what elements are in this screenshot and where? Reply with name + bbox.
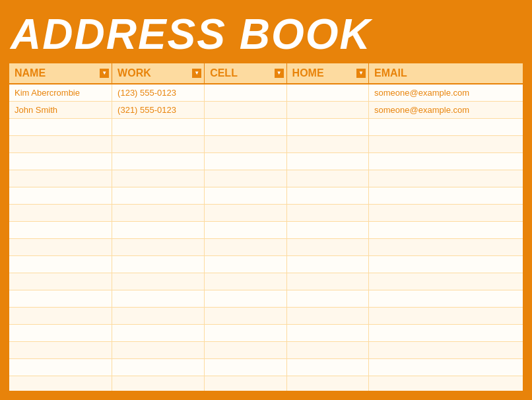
cell-cell[interactable] — [205, 273, 286, 290]
cell-email[interactable] — [369, 204, 523, 221]
cell-email[interactable] — [369, 324, 523, 341]
cell-email[interactable] — [369, 135, 523, 152]
table-row[interactable] — [9, 273, 523, 290]
cell-cell[interactable] — [205, 358, 286, 376]
cell-name[interactable] — [9, 170, 112, 187]
cell-home[interactable] — [286, 84, 368, 101]
cell-name[interactable] — [9, 152, 112, 170]
table-row[interactable] — [9, 290, 523, 307]
cell-email[interactable] — [369, 273, 523, 290]
cell-name[interactable] — [9, 358, 112, 376]
cell-work[interactable] — [112, 118, 205, 135]
name-dropdown-icon[interactable]: ▼ — [100, 69, 109, 78]
cell-email[interactable] — [369, 152, 523, 170]
cell-cell[interactable] — [205, 187, 286, 204]
home-dropdown-icon[interactable]: ▼ — [356, 69, 366, 78]
cell-email[interactable] — [369, 187, 523, 204]
cell-home[interactable] — [286, 187, 368, 204]
table-row[interactable] — [9, 238, 523, 255]
cell-work[interactable]: (123) 555-0123 — [112, 84, 205, 101]
cell-name[interactable] — [9, 324, 112, 341]
table-row[interactable] — [9, 204, 523, 221]
table-row[interactable] — [9, 118, 523, 135]
cell-dropdown-icon[interactable]: ▼ — [275, 69, 284, 78]
cell-email[interactable] — [369, 118, 523, 135]
cell-work[interactable] — [112, 152, 205, 170]
cell-home[interactable] — [286, 273, 368, 290]
cell-email[interactable]: someone@example.com — [369, 101, 523, 118]
table-row[interactable] — [9, 221, 523, 238]
work-dropdown-icon[interactable]: ▼ — [192, 69, 201, 78]
table-row[interactable] — [9, 341, 523, 358]
cell-cell[interactable] — [205, 101, 286, 118]
cell-cell[interactable] — [205, 135, 286, 152]
cell-home[interactable] — [286, 358, 368, 376]
cell-name[interactable] — [9, 135, 112, 152]
cell-name[interactable] — [9, 341, 112, 358]
cell-name[interactable] — [9, 273, 112, 290]
cell-email[interactable] — [369, 255, 523, 273]
table-row[interactable] — [9, 358, 523, 376]
table-row[interactable]: Kim Abercrombie(123) 555-0123someone@exa… — [9, 84, 523, 101]
cell-name[interactable] — [9, 204, 112, 221]
cell-work[interactable]: (321) 555-0123 — [112, 101, 205, 118]
cell-cell[interactable] — [205, 170, 286, 187]
cell-email[interactable] — [369, 307, 523, 324]
cell-home[interactable] — [286, 324, 368, 341]
cell-name[interactable] — [9, 307, 112, 324]
cell-home[interactable] — [286, 238, 368, 255]
cell-home[interactable] — [286, 118, 368, 135]
cell-work[interactable] — [112, 290, 205, 307]
cell-work[interactable] — [112, 170, 205, 187]
cell-cell[interactable] — [205, 307, 286, 324]
cell-email[interactable] — [369, 290, 523, 307]
cell-name[interactable]: Kim Abercrombie — [9, 84, 112, 101]
cell-name[interactable] — [9, 376, 112, 392]
cell-work[interactable] — [112, 255, 205, 273]
cell-name[interactable] — [9, 238, 112, 255]
cell-cell[interactable] — [205, 255, 286, 273]
cell-name[interactable]: John Smith — [9, 101, 112, 118]
cell-email[interactable] — [369, 221, 523, 238]
cell-work[interactable] — [112, 135, 205, 152]
cell-work[interactable] — [112, 238, 205, 255]
cell-cell[interactable] — [205, 204, 286, 221]
table-row[interactable] — [9, 376, 523, 392]
cell-cell[interactable] — [205, 221, 286, 238]
cell-email[interactable] — [369, 376, 523, 392]
cell-home[interactable] — [286, 101, 368, 118]
cell-cell[interactable] — [205, 376, 286, 392]
table-row[interactable] — [9, 152, 523, 170]
cell-name[interactable] — [9, 187, 112, 204]
cell-work[interactable] — [112, 324, 205, 341]
cell-cell[interactable] — [205, 341, 286, 358]
table-row[interactable] — [9, 255, 523, 273]
cell-home[interactable] — [286, 135, 368, 152]
cell-home[interactable] — [286, 290, 368, 307]
cell-cell[interactable] — [205, 152, 286, 170]
table-row[interactable] — [9, 135, 523, 152]
cell-work[interactable] — [112, 221, 205, 238]
cell-home[interactable] — [286, 152, 368, 170]
cell-home[interactable] — [286, 255, 368, 273]
cell-cell[interactable] — [205, 324, 286, 341]
cell-work[interactable] — [112, 307, 205, 324]
cell-home[interactable] — [286, 170, 368, 187]
cell-work[interactable] — [112, 376, 205, 392]
table-row[interactable] — [9, 307, 523, 324]
cell-name[interactable] — [9, 290, 112, 307]
cell-email[interactable] — [369, 341, 523, 358]
cell-home[interactable] — [286, 376, 368, 392]
cell-cell[interactable] — [205, 118, 286, 135]
cell-email[interactable] — [369, 170, 523, 187]
cell-name[interactable] — [9, 255, 112, 273]
cell-home[interactable] — [286, 341, 368, 358]
cell-email[interactable] — [369, 358, 523, 376]
cell-work[interactable] — [112, 341, 205, 358]
table-row[interactable] — [9, 324, 523, 341]
cell-work[interactable] — [112, 358, 205, 376]
cell-cell[interactable] — [205, 290, 286, 307]
cell-name[interactable] — [9, 118, 112, 135]
cell-work[interactable] — [112, 204, 205, 221]
cell-work[interactable] — [112, 273, 205, 290]
